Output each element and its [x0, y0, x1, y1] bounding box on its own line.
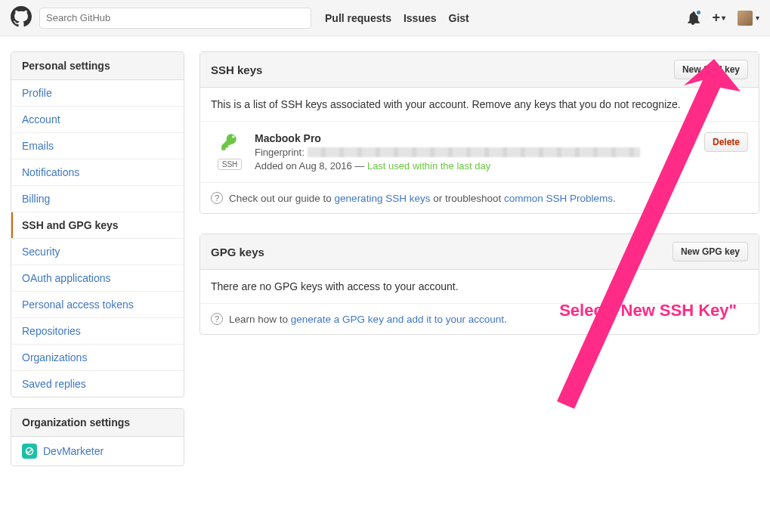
help-icon: ?	[211, 192, 223, 204]
ssh-badge: SSH	[218, 159, 243, 170]
ssh-key-fingerprint: Fingerprint:	[255, 147, 704, 158]
top-right: +▾ ▾	[686, 10, 759, 26]
search-input[interactable]	[39, 8, 311, 29]
new-gpg-key-button[interactable]: New GPG key	[673, 242, 748, 261]
sidebar-item-saved-replies[interactable]: Saved replies	[11, 371, 184, 397]
organization-settings-menu: Organization settings DevMarketer	[11, 408, 184, 466]
ssh-keys-panel: SSH keys New SSH key This is a list of S…	[199, 51, 759, 214]
nav-issues[interactable]: Issues	[404, 12, 437, 24]
sidebar-item-ssh-and-gpg-keys[interactable]: SSH and GPG keys	[11, 212, 184, 239]
gpg-keys-panel: GPG keys New GPG key There are no GPG ke…	[199, 234, 759, 335]
personal-settings-header: Personal settings	[11, 52, 184, 80]
create-menu[interactable]: +▾	[712, 10, 725, 26]
sidebar-item-account[interactable]: Account	[11, 107, 184, 133]
key-icon	[220, 132, 240, 154]
ssh-guide-row: ? Check out our guide to generating SSH …	[200, 183, 759, 213]
ssh-key-added: Added on Aug 8, 2016 — Last used within …	[255, 160, 704, 172]
sidebar-item-security[interactable]: Security	[11, 239, 184, 265]
gpg-keys-empty: There are no GPG keys with access to you…	[200, 270, 759, 304]
sidebar: Personal settings ProfileAccountEmailsNo…	[11, 51, 184, 477]
sidebar-item-notifications[interactable]: Notifications	[11, 159, 184, 186]
sidebar-item-profile[interactable]: Profile	[11, 80, 184, 107]
avatar-icon	[738, 11, 753, 26]
ssh-key-title: Macbook Pro	[255, 132, 704, 144]
topbar: Pull requests Issues Gist +▾ ▾	[0, 0, 770, 36]
ssh-keys-intro: This is a list of SSH keys associated wi…	[200, 88, 759, 122]
fingerprint-redacted	[308, 147, 640, 157]
sidebar-item-emails[interactable]: Emails	[11, 133, 184, 159]
nav-gist[interactable]: Gist	[449, 12, 469, 24]
ssh-keys-title: SSH keys	[211, 63, 262, 76]
notifications-icon[interactable]	[686, 11, 700, 25]
help-icon: ?	[211, 313, 223, 325]
github-logo-icon[interactable]	[11, 6, 39, 29]
common-ssh-problems-link[interactable]: common SSH Problems	[504, 193, 613, 204]
org-avatar-icon	[22, 444, 37, 459]
ssh-key-row: SSH Macbook Pro Fingerprint: Added on Au…	[200, 122, 759, 183]
generating-ssh-keys-link[interactable]: generating SSH keys	[335, 193, 431, 204]
new-ssh-key-button[interactable]: New SSH key	[674, 60, 748, 79]
sidebar-item-repositories[interactable]: Repositories	[11, 318, 184, 345]
generate-gpg-key-link[interactable]: generate a GPG key and add it to your ac…	[291, 314, 504, 325]
nav-pull-requests[interactable]: Pull requests	[325, 12, 391, 24]
org-devmarketer[interactable]: DevMarketer	[11, 437, 184, 466]
delete-ssh-key-button[interactable]: Delete	[704, 132, 748, 152]
sidebar-item-billing[interactable]: Billing	[11, 186, 184, 212]
sidebar-item-personal-access-tokens[interactable]: Personal access tokens	[11, 292, 184, 318]
organization-settings-header: Organization settings	[11, 409, 184, 437]
sidebar-item-organizations[interactable]: Organizations	[11, 345, 184, 371]
org-name: DevMarketer	[43, 445, 104, 457]
user-menu[interactable]: ▾	[738, 11, 759, 26]
gpg-guide-row: ? Learn how to generate a GPG key and ad…	[200, 304, 759, 334]
notification-dot	[695, 9, 702, 16]
sidebar-item-oauth-applications[interactable]: OAuth applications	[11, 265, 184, 292]
gpg-keys-title: GPG keys	[211, 246, 264, 258]
personal-settings-menu: Personal settings ProfileAccountEmailsNo…	[11, 51, 184, 397]
top-nav: Pull requests Issues Gist	[325, 12, 469, 24]
main-content: SSH keys New SSH key This is a list of S…	[199, 51, 759, 354]
